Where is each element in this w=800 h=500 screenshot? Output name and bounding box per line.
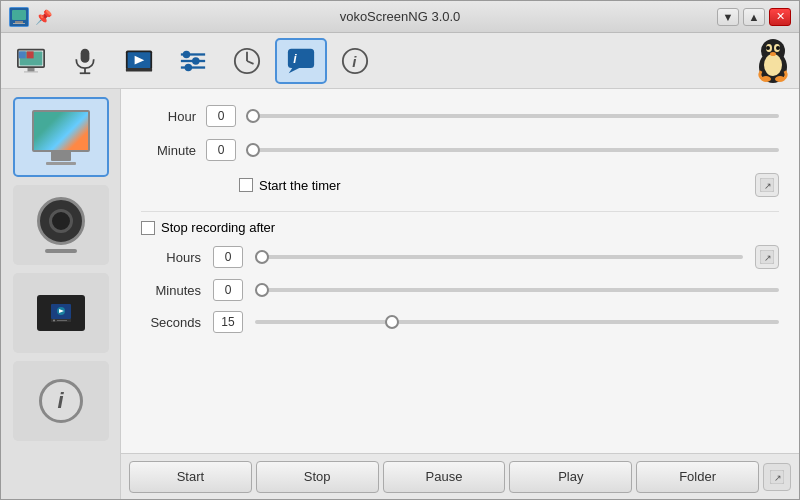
svg-rect-9 [24, 71, 38, 72]
microphone-icon [71, 47, 99, 75]
svg-text:↗: ↗ [774, 473, 782, 483]
svg-rect-47 [57, 320, 67, 321]
play-button[interactable]: Play [509, 461, 632, 493]
svg-text:↗: ↗ [764, 181, 772, 191]
chat-icon: i [287, 47, 315, 75]
toolbar-player-btn[interactable] [113, 38, 165, 84]
minutes-row: Minutes 0 [141, 279, 779, 301]
minimize-button[interactable]: ▼ [717, 8, 739, 26]
svg-point-37 [776, 46, 780, 50]
clock-icon [233, 47, 261, 75]
start-timer-checkbox[interactable] [239, 178, 253, 192]
hour-slider-container [246, 107, 779, 125]
window-title: vokoScreenNG 3.0.0 [340, 9, 461, 24]
linux-penguin-icon [751, 39, 795, 83]
screen-thumbnail [32, 110, 90, 152]
minute-slider[interactable] [246, 148, 779, 152]
app-icon [9, 7, 29, 27]
start-timer-label: Start the timer [259, 178, 341, 193]
toolbar: i i [1, 33, 799, 89]
svg-rect-7 [27, 51, 34, 58]
hour-slider[interactable] [246, 114, 779, 118]
svg-rect-6 [19, 51, 26, 58]
start-button[interactable]: Start [129, 461, 252, 493]
sidebar-item-screen[interactable] [13, 97, 109, 177]
toolbar-info-btn[interactable]: i [329, 38, 381, 84]
minutes-slider-container [255, 281, 779, 299]
close-button[interactable]: ✕ [769, 8, 791, 26]
toolbar-audio-btn[interactable] [59, 38, 111, 84]
player-icon [125, 47, 153, 75]
seconds-row: Seconds 15 [141, 311, 779, 333]
minutes-label: Minutes [141, 283, 201, 298]
stop-recording-label: Stop recording after [161, 220, 275, 235]
main-window: 📌 vokoScreenNG 3.0.0 ▼ ▲ ✕ [0, 0, 800, 500]
svg-point-39 [761, 76, 771, 82]
svg-rect-1 [12, 10, 26, 20]
webcam-thumbnail [37, 197, 85, 245]
toolbar-chat-btn[interactable]: i [275, 38, 327, 84]
seconds-label: Seconds [141, 315, 201, 330]
webcam-lens [49, 209, 73, 233]
seconds-value[interactable]: 15 [213, 311, 243, 333]
svg-point-20 [192, 57, 199, 64]
sidebar-item-info[interactable]: i [13, 361, 109, 441]
timer-panel: Hour 0 Minute 0 Start the [121, 89, 799, 453]
stop-recording-checkbox[interactable] [141, 221, 155, 235]
svg-point-18 [183, 50, 190, 57]
settings-sliders-icon [179, 47, 207, 75]
hour-value[interactable]: 0 [206, 105, 236, 127]
seconds-slider-container [255, 313, 779, 331]
svg-point-38 [770, 52, 776, 56]
svg-point-40 [775, 76, 785, 82]
svg-rect-10 [81, 48, 90, 62]
svg-text:i: i [352, 52, 357, 69]
hour-row: Hour 0 [141, 105, 779, 127]
hours-slider[interactable] [255, 255, 743, 259]
toolbar-settings-btn[interactable] [167, 38, 219, 84]
seconds-slider[interactable] [255, 320, 779, 324]
divider [141, 211, 779, 212]
minute-row: Minute 0 [141, 139, 779, 161]
sidebar-item-webcam[interactable] [13, 185, 109, 265]
svg-marker-27 [289, 68, 300, 73]
titlebar-left: 📌 [9, 7, 52, 27]
window-controls: ▼ ▲ ✕ [717, 8, 791, 26]
hours-slider-container [255, 248, 743, 266]
hours-label: Hours [141, 250, 201, 265]
hours-info-btn[interactable]: ↗ [755, 245, 779, 269]
hours-row: Hours 0 ↗ [141, 245, 779, 269]
pause-button[interactable]: Pause [383, 461, 506, 493]
pin-button[interactable]: 📌 [35, 9, 52, 25]
minute-slider-container [246, 141, 779, 159]
svg-text:↗: ↗ [764, 253, 772, 263]
minutes-value[interactable]: 0 [213, 279, 243, 301]
timer-info-btn[interactable]: ↗ [755, 173, 779, 197]
sidebar-item-player[interactable] [13, 273, 109, 353]
svg-rect-8 [28, 68, 35, 72]
svg-line-25 [247, 61, 254, 64]
info-icon: i [39, 379, 83, 423]
footer-info-btn[interactable]: ↗ [763, 463, 791, 491]
main-panel: Hour 0 Minute 0 Start the [121, 89, 799, 499]
hour-label: Hour [141, 109, 196, 124]
content-area: i Hour 0 Minute 0 [1, 89, 799, 499]
svg-point-46 [53, 320, 55, 322]
svg-point-36 [766, 46, 770, 50]
info-circle-icon: i [341, 47, 369, 75]
stop-recording-section: Stop recording after Hours 0 ↗ [141, 220, 779, 333]
toolbar-timer-btn[interactable] [221, 38, 273, 84]
svg-point-22 [185, 63, 192, 70]
player-thumbnail [37, 295, 85, 331]
folder-button[interactable]: Folder [636, 461, 759, 493]
minute-value[interactable]: 0 [206, 139, 236, 161]
hours-value[interactable]: 0 [213, 246, 243, 268]
svg-text:i: i [293, 51, 297, 65]
stop-button[interactable]: Stop [256, 461, 379, 493]
titlebar: 📌 vokoScreenNG 3.0.0 ▼ ▲ ✕ [1, 1, 799, 33]
svg-rect-3 [13, 23, 25, 24]
minutes-slider[interactable] [255, 288, 779, 292]
maximize-button[interactable]: ▲ [743, 8, 765, 26]
sidebar: i [1, 89, 121, 499]
toolbar-screen-btn[interactable] [5, 38, 57, 84]
